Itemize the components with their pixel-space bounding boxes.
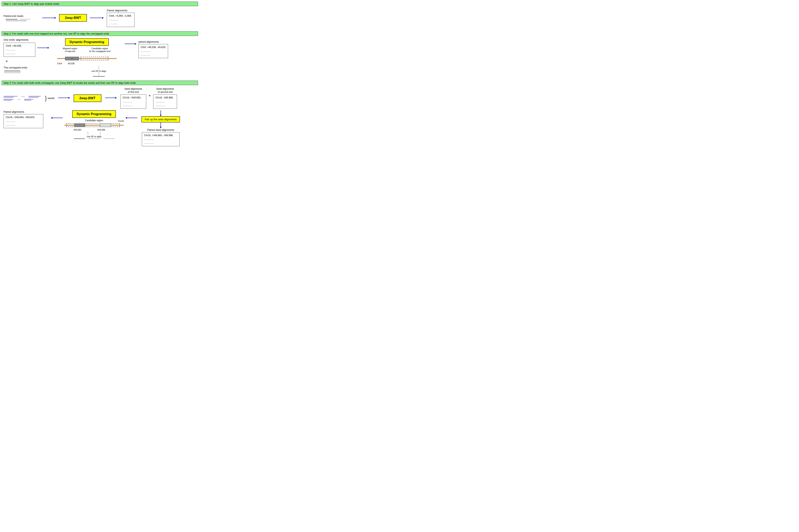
step2-left-label2: The unmapped ends xyxy=(4,66,35,69)
vert-line2-svg xyxy=(99,72,99,76)
step3-down-arrow-to-pair xyxy=(159,110,162,116)
read3-blue7 xyxy=(24,99,33,99)
step3-arrow1-svg xyxy=(58,96,70,99)
read3-dot-gap2 xyxy=(17,99,20,100)
step2-out-line3: ………… xyxy=(141,53,166,57)
chr18-label: Chr18 xyxy=(118,120,124,122)
read3-blue3 xyxy=(28,96,40,96)
step3-seed-box1 xyxy=(74,124,85,127)
svg-marker-13 xyxy=(115,97,117,99)
coord2-label: 349,998 xyxy=(97,129,105,131)
step3-arrow1 xyxy=(58,96,70,100)
step3-right-column: Pair up the seed alignments Paired seed … xyxy=(139,110,183,147)
step2-header: Step 2: For reads with one end mapped bu… xyxy=(2,31,198,36)
step3-seed-box2 xyxy=(100,124,111,127)
step2-box1-line1: Chr9, +49,538; xyxy=(6,44,33,48)
svg-marker-5 xyxy=(47,47,49,49)
read3-blue6 xyxy=(4,100,12,100)
read3-blue1 xyxy=(4,96,17,96)
step3-seed-boxes: Seed alignmentsof first end Chr18, +349,… xyxy=(120,88,177,109)
paired-seed-line1: Chr18, +349,683, -349,998; xyxy=(144,134,177,137)
read-end-dot2 xyxy=(103,138,114,139)
read-end-dot1 xyxy=(89,138,100,139)
pair-up-box: Pair up the seed alignments xyxy=(141,116,180,122)
arrow-right-svg xyxy=(42,16,56,19)
step1-arrow2 xyxy=(90,16,104,19)
read-solid-line1 xyxy=(5,19,17,19)
step1-reads-left: Paired-end reads xyxy=(4,15,39,21)
vert-line1-svg xyxy=(99,66,99,70)
read-dotted-line2 xyxy=(6,20,26,20)
step3-output-label: Paired alignments xyxy=(4,110,24,113)
seeds-label: seeds xyxy=(47,97,55,100)
seed-box2-line1: Chr18, -349,998; xyxy=(155,96,175,100)
step3-out-line1: Chr18, +349,664, -349,923; xyxy=(6,115,41,119)
step3-reads-left xyxy=(4,96,43,100)
seed-box2-line3: ………… xyxy=(155,103,175,107)
step1-section: Step 1: Use 2way-BWT to align pair-ended… xyxy=(2,2,198,30)
step1-out-line2: ………… xyxy=(109,18,132,22)
paired-end-reads-label: Paired-end reads xyxy=(4,15,39,17)
step3-arrow2-svg xyxy=(105,96,117,99)
step3-down-arrow-to-paired xyxy=(159,122,162,128)
step1-bwt-box: 2way-BWT xyxy=(59,14,87,22)
mapped-region-label: Mapped regionof one end ⌒ xyxy=(62,47,78,55)
step3-header: Step 3: For reads with both ends unmappe… xyxy=(2,80,198,85)
unmapped-solid-line xyxy=(4,71,20,71)
read-dotted-line3 xyxy=(6,21,26,21)
unmapped-dotted1 xyxy=(4,72,20,72)
read-dotted-line1 xyxy=(20,19,30,19)
step1-output-label: Paired alignments xyxy=(107,9,127,12)
step2-out-line1: Chr9, +49,538, -49,829; xyxy=(141,45,166,49)
step1-output-box: Chr6, +4,059, -4,369; ………… ………… xyxy=(107,13,134,27)
step2-plus: + xyxy=(4,59,35,64)
svg-marker-21 xyxy=(160,115,161,116)
use-dp-label: use DP to align xyxy=(92,70,106,72)
step3-bottom-middle: Dynamic Programming Candidate region Chr… xyxy=(64,110,124,139)
step2-output-box: Chr9, +49,538, -49,829; ………… ………… xyxy=(138,44,168,58)
step3-output-box: Chr18, +349,664, -349,923; ………… ………… xyxy=(4,114,43,128)
step3-bottom-arrow-right xyxy=(126,116,137,119)
step2-arrow2 xyxy=(125,42,136,45)
read3-dot-gap xyxy=(21,96,25,97)
chr9-label: Chr9 xyxy=(57,62,62,65)
read3-blue4 xyxy=(28,97,38,97)
paired-seed-line3: ………… xyxy=(144,141,177,145)
step2-out-line2: ………… xyxy=(141,49,166,53)
unmapped-dotted2 xyxy=(4,73,20,73)
step3-vert1 xyxy=(88,132,88,135)
step3-candidate-label: Candidate region xyxy=(85,119,103,122)
step3-out-line2: ………… xyxy=(6,119,41,123)
candidate-dashed-box xyxy=(80,57,108,60)
svg-marker-1 xyxy=(55,17,56,19)
step3-chr-wide-track: Chr18 xyxy=(64,122,124,128)
step3-left-arrow-svg xyxy=(51,116,63,119)
arrow-right-svg2 xyxy=(90,16,104,19)
svg-marker-23 xyxy=(160,127,161,128)
step3-arrow2 xyxy=(105,96,117,100)
step1-arrow1 xyxy=(42,16,56,19)
seed-box1-line2: ………… xyxy=(122,100,144,103)
step3-out-line3: ………… xyxy=(6,123,41,127)
step2-arrow2-svg xyxy=(125,42,136,45)
seed-box1: Chr18, +349,683; ………… ………… xyxy=(120,94,146,109)
paired-seed-label: Paired seed alignments xyxy=(147,128,174,131)
read3-blue5 xyxy=(4,99,14,99)
seed-box1-line1: Chr18, +349,683; xyxy=(122,96,144,100)
step1-header: Step 1: Use 2way-BWT to align pair-ended… xyxy=(2,2,198,6)
step2-section: Step 2: For reads with one end mapped bu… xyxy=(2,31,198,79)
step2-middle: Dynamic Programming Mapped regionof one … xyxy=(55,38,119,77)
use-dp-section: use DP to align xyxy=(92,66,106,77)
step3-bottom-left: Paired alignments Chr18, +349,664, -349,… xyxy=(4,110,49,128)
svg-marker-15 xyxy=(51,117,52,119)
step1-out-line3: ………… xyxy=(109,22,132,25)
read3-blue2 xyxy=(4,97,14,97)
mapped-box: + xyxy=(65,57,79,60)
step2-arrow1-svg xyxy=(37,46,49,50)
paired-seed-line2: ………… xyxy=(144,137,177,141)
coord1-label: 349,683 xyxy=(73,129,81,131)
seed-second-label: Seed alignmentsof second end xyxy=(156,88,174,94)
step3-use-dp-section: use DP to align xyxy=(74,132,114,139)
svg-marker-3 xyxy=(102,17,104,19)
read3-blue8 xyxy=(24,100,31,100)
